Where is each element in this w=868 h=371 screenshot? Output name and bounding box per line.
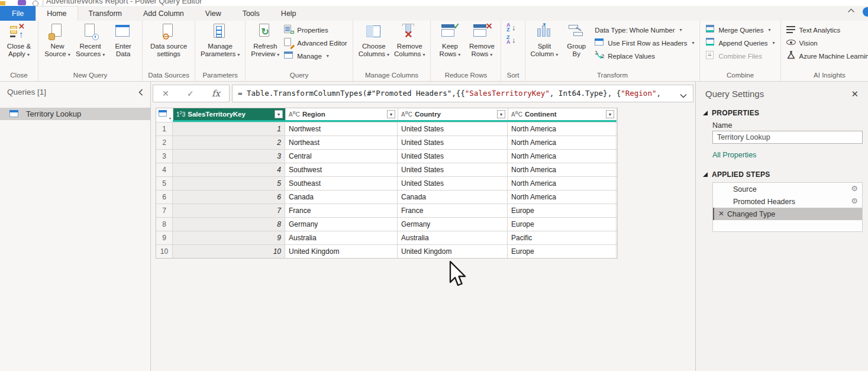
table-cell[interactable]: Germany bbox=[398, 218, 508, 231]
group-by-button[interactable]: GroupBy bbox=[560, 22, 592, 58]
table-cell[interactable]: Canada bbox=[285, 191, 398, 204]
sort-descending-button[interactable]: ZA↓ bbox=[506, 37, 519, 46]
formula-input[interactable]: = Table.TransformColumnTypes(#"Promoted … bbox=[232, 85, 693, 102]
table-cell[interactable]: Germany bbox=[285, 218, 398, 231]
azure-machine-learning-button[interactable]: Azure Machine Learning bbox=[786, 51, 868, 60]
expand-formula-icon[interactable] bbox=[677, 93, 687, 98]
filter-dropdown-icon[interactable]: ▼ bbox=[275, 110, 283, 118]
undo-icon[interactable] bbox=[33, 1, 38, 6]
properties-button[interactable]: Properties bbox=[284, 25, 347, 34]
table-cell[interactable]: Canada bbox=[398, 191, 508, 204]
remove-columns-button[interactable]: ✕RemoveColumns▾ bbox=[392, 22, 427, 59]
row-number[interactable]: 9 bbox=[156, 231, 173, 244]
formula-cancel-icon[interactable]: ✕ bbox=[162, 89, 169, 98]
tab-transform[interactable]: Transform bbox=[78, 6, 133, 21]
table-cell[interactable]: Europe bbox=[508, 245, 617, 258]
table-cell[interactable]: 4 bbox=[173, 163, 285, 176]
query-name-input[interactable]: Territory Lookup bbox=[712, 131, 863, 144]
applied-steps-section-header[interactable]: APPLIED STEPS bbox=[703, 170, 770, 179]
row-number[interactable]: 3 bbox=[156, 150, 173, 163]
append-queries-button[interactable]: Append Queries▾ bbox=[705, 38, 775, 47]
table-cell[interactable]: North America bbox=[508, 136, 617, 149]
text-analytics-button[interactable]: Text Analytics bbox=[786, 25, 868, 34]
vision-button[interactable]: Vision bbox=[786, 38, 868, 47]
table-cell[interactable]: 3 bbox=[173, 150, 285, 163]
tab-view[interactable]: View bbox=[195, 6, 232, 21]
replace-values-button[interactable]: 12Replace Values bbox=[595, 51, 694, 60]
file-tab[interactable]: File bbox=[0, 6, 36, 21]
row-number[interactable]: 8 bbox=[156, 218, 173, 231]
table-cell[interactable]: United States bbox=[398, 177, 508, 190]
combine-files-button[interactable]: ⇊Combine Files bbox=[705, 51, 775, 60]
tab-add-column[interactable]: Add Column bbox=[133, 6, 195, 21]
table-cell[interactable]: United States bbox=[398, 163, 508, 176]
filter-dropdown-icon[interactable]: ▼ bbox=[606, 110, 614, 118]
merge-queries-button[interactable]: Merge Queries▾ bbox=[705, 25, 775, 34]
filter-dropdown-icon[interactable]: ▼ bbox=[497, 110, 505, 118]
save-icon[interactable] bbox=[18, 0, 26, 5]
table-cell[interactable]: Europe bbox=[508, 218, 617, 231]
table-cell[interactable]: Southeast bbox=[285, 177, 398, 190]
new-source-button[interactable]: NewSource▾ bbox=[41, 22, 73, 59]
close-settings-icon[interactable]: ✕ bbox=[851, 89, 859, 99]
table-cell[interactable]: Pacific bbox=[508, 231, 617, 244]
table-cell[interactable]: Australia bbox=[398, 231, 508, 244]
advanced-editor-button[interactable]: Advanced Editor bbox=[284, 38, 347, 47]
choose-columns-button[interactable]: ChooseColumns▾ bbox=[356, 22, 392, 59]
properties-section-header[interactable]: PROPERTIES bbox=[703, 109, 759, 117]
table-cell[interactable]: North America bbox=[508, 191, 617, 204]
tab-tools[interactable]: Tools bbox=[232, 6, 270, 21]
enter-data-button[interactable]: EnterData bbox=[107, 22, 139, 58]
applied-step-changed-type[interactable]: ✕Changed Type bbox=[713, 208, 862, 220]
table-cell[interactable]: United Kingdom bbox=[398, 245, 508, 258]
data-source-settings-button[interactable]: ⚙Data sourcesettings bbox=[148, 22, 189, 58]
step-settings-gear-icon[interactable]: ⚙ bbox=[851, 184, 858, 193]
query-item[interactable]: Territory Lookup bbox=[0, 108, 150, 120]
table-cell[interactable]: United States bbox=[398, 122, 508, 136]
table-cell[interactable]: Northeast bbox=[285, 136, 398, 149]
table-cell[interactable]: Northwest bbox=[285, 122, 398, 136]
table-cell[interactable]: Central bbox=[285, 150, 398, 163]
table-cell[interactable]: North America bbox=[508, 163, 617, 176]
recent-sources-button[interactable]: RecentSources▾ bbox=[73, 22, 107, 59]
row-number[interactable]: 5 bbox=[156, 177, 173, 190]
table-cell[interactable]: 2 bbox=[173, 136, 285, 149]
keep-rows-button[interactable]: ✓KeepRows▾ bbox=[434, 22, 466, 59]
tab-home[interactable]: Home bbox=[36, 6, 78, 21]
table-cell[interactable]: 5 bbox=[173, 177, 285, 190]
table-cell[interactable]: 7 bbox=[173, 204, 285, 217]
row-number[interactable]: 7 bbox=[156, 204, 173, 217]
table-cell[interactable]: 9 bbox=[173, 231, 285, 244]
remove-rows-button[interactable]: ✕RemoveRows▾ bbox=[466, 22, 498, 59]
refresh-preview-button[interactable]: ↻RefreshPreview▾ bbox=[249, 22, 282, 59]
table-cell[interactable]: 1 bbox=[173, 122, 285, 136]
table-cell[interactable]: 6 bbox=[173, 191, 285, 204]
table-cell[interactable]: Europe bbox=[508, 204, 617, 217]
table-cell[interactable]: Southwest bbox=[285, 163, 398, 176]
column-header-region[interactable]: ABCRegion▼ bbox=[286, 108, 398, 120]
row-number[interactable]: 4 bbox=[156, 163, 173, 176]
step-settings-gear-icon[interactable]: ⚙ bbox=[851, 196, 858, 205]
applied-step-promoted-headers[interactable]: Promoted Headers⚙ bbox=[713, 195, 862, 208]
table-cell[interactable]: 10 bbox=[173, 245, 285, 258]
formula-accept-icon[interactable]: ✓ bbox=[187, 89, 194, 98]
help-icon[interactable] bbox=[863, 7, 868, 17]
column-header-salesterritorykey[interactable]: 123SalesTerritoryKey▼ bbox=[173, 108, 286, 120]
split-column-button[interactable]: ▼SplitColumn▾ bbox=[528, 22, 561, 59]
table-cell[interactable]: United States bbox=[398, 136, 508, 149]
sort-ascending-button[interactable]: AZ↓ bbox=[506, 24, 519, 33]
table-cell[interactable]: Australia bbox=[285, 231, 398, 244]
table-cell[interactable]: 8 bbox=[173, 218, 285, 231]
filter-dropdown-icon[interactable]: ▼ bbox=[387, 110, 395, 118]
close-and-apply-button[interactable]: ✕↑Close &Apply▾ bbox=[3, 22, 35, 59]
column-header-continent[interactable]: ABCContinent▼ bbox=[508, 108, 617, 120]
collapse-queries-pane-icon[interactable] bbox=[138, 89, 143, 96]
column-header-country[interactable]: ABCCountry▼ bbox=[398, 108, 508, 120]
tab-help[interactable]: Help bbox=[270, 6, 307, 21]
table-cell[interactable]: North America bbox=[508, 122, 617, 136]
table-cell[interactable]: France bbox=[398, 204, 508, 217]
collapse-ribbon-icon[interactable] bbox=[847, 8, 855, 13]
table-cell[interactable]: France bbox=[285, 204, 398, 217]
select-all-corner[interactable]: ▾ bbox=[156, 108, 173, 120]
row-number[interactable]: 1 bbox=[156, 122, 173, 136]
